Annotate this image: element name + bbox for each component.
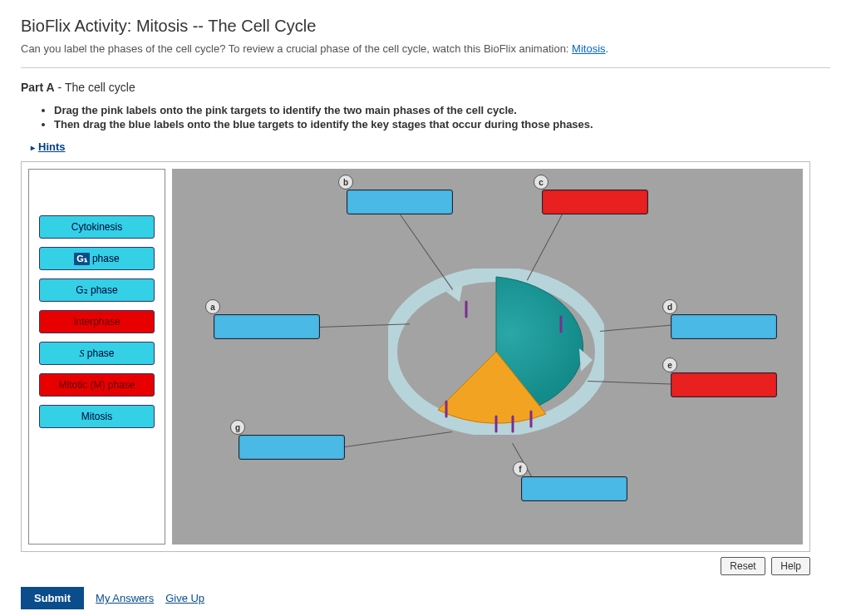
drag-label-interphase[interactable]: Interphase [39, 310, 155, 333]
part-label: Part A - The cell cycle [21, 81, 830, 94]
diagram-canvas: a b c d e f g [172, 169, 803, 545]
label-palette: Cytokinesis G₁ phase G₂ phase Interphase… [28, 169, 165, 545]
svg-marker-2 [579, 348, 593, 372]
page-subtitle: Can you label the phases of the cell cyc… [21, 42, 830, 55]
drag-label-mitosis[interactable]: Mitosis [39, 405, 155, 428]
cell-cycle-diagram [388, 269, 604, 435]
target-badge-b: b [338, 175, 353, 190]
reset-button[interactable]: Reset [721, 557, 765, 575]
drag-label-s-phase[interactable]: S phase [39, 342, 155, 365]
give-up-link[interactable]: Give Up [165, 592, 204, 604]
help-button[interactable]: Help [771, 557, 810, 575]
drop-target-g[interactable] [239, 435, 345, 460]
my-answers-link[interactable]: My Answers [96, 592, 154, 604]
hints-toggle[interactable]: Hints [31, 140, 66, 153]
mitosis-link[interactable]: Mitosis [572, 42, 605, 55]
instruction-item: Drag the pink labels onto the pink targe… [54, 104, 830, 116]
drop-target-f[interactable] [521, 476, 627, 501]
target-badge-a: a [205, 299, 220, 314]
drag-label-g2-phase[interactable]: G₂ phase [39, 278, 155, 302]
drag-label-g1-phase[interactable]: G₁ phase [39, 247, 155, 270]
drop-target-d[interactable] [671, 314, 777, 339]
drag-label-mitotic-m-phase[interactable]: Mitotic (M) phase [39, 373, 155, 397]
instruction-item: Then drag the blue labels onto the blue … [54, 118, 830, 131]
target-badge-f: f [513, 461, 528, 476]
drop-target-c[interactable] [542, 190, 648, 214]
submit-button[interactable]: Submit [21, 587, 84, 609]
bottom-action-row: Submit My Answers Give Up [21, 587, 830, 609]
target-badge-g: g [230, 420, 245, 435]
drop-target-a[interactable] [214, 314, 320, 339]
activity-frame: Cytokinesis G₁ phase G₂ phase Interphase… [21, 161, 810, 552]
page-title: BioFlix Activity: Mitosis -- The Cell Cy… [21, 17, 830, 36]
target-badge-e: e [662, 357, 677, 372]
drag-label-cytokinesis[interactable]: Cytokinesis [39, 215, 155, 239]
target-badge-c: c [534, 175, 548, 190]
frame-footer-buttons: Reset Help [21, 557, 810, 575]
target-badge-d: d [662, 299, 677, 314]
drop-target-b[interactable] [347, 190, 453, 214]
instructions-list: Drag the pink labels onto the pink targe… [54, 104, 830, 131]
divider [21, 67, 830, 68]
drop-target-e[interactable] [671, 372, 777, 397]
